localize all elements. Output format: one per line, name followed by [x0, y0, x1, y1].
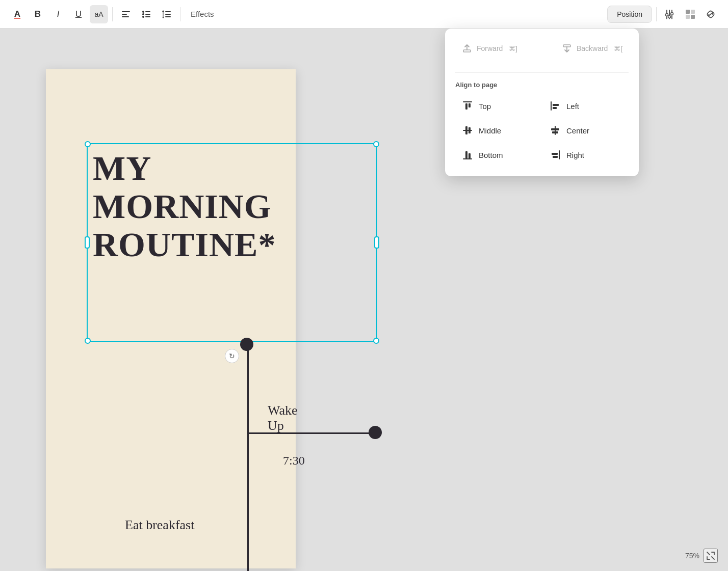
bold-icon: B	[35, 9, 41, 19]
svg-rect-44	[469, 153, 471, 158]
svg-rect-26	[686, 15, 690, 19]
resize-handle-bottom-right[interactable]	[373, 338, 379, 344]
effects-label[interactable]: Effects	[185, 10, 220, 18]
svg-marker-12	[162, 10, 164, 12]
forward-label: Forward	[477, 44, 503, 52]
align-left-label: Left	[566, 102, 579, 111]
svg-rect-34	[553, 104, 559, 106]
line-height-button[interactable]	[158, 5, 176, 23]
underline-button[interactable]: U	[69, 5, 88, 23]
divider-2	[180, 7, 180, 21]
bottom-bar: 75%	[685, 549, 718, 563]
resize-handle-middle-left[interactable]	[85, 236, 90, 249]
svg-rect-10	[165, 14, 171, 15]
svg-rect-42	[463, 158, 472, 159]
svg-rect-28	[463, 50, 471, 52]
backward-label: Backward	[577, 44, 608, 52]
forward-icon	[461, 43, 473, 54]
svg-rect-35	[553, 107, 557, 109]
svg-rect-37	[465, 126, 467, 134]
headline-text: MY MORNING ROUTINE*	[93, 149, 276, 263]
align-center-icon	[549, 124, 561, 137]
svg-rect-31	[465, 103, 467, 110]
align-top-item[interactable]: Top	[455, 95, 541, 117]
align-middle-item[interactable]: Middle	[455, 119, 541, 142]
toolbar: A B I U aA	[0, 0, 728, 29]
headline-line3: ROUTINE*	[93, 225, 276, 264]
svg-point-20	[671, 12, 673, 15]
align-left-icon	[549, 100, 561, 112]
bold-button[interactable]: B	[29, 5, 47, 23]
svg-point-7	[142, 16, 144, 18]
svg-rect-4	[145, 11, 150, 12]
svg-rect-24	[686, 10, 690, 14]
divider-1	[112, 7, 113, 21]
resize-handle-middle-right[interactable]	[374, 236, 379, 249]
svg-rect-9	[165, 11, 171, 12]
bullet-list-button[interactable]	[137, 5, 155, 23]
italic-icon: I	[57, 9, 60, 19]
grid-icon	[685, 9, 696, 20]
svg-rect-23	[671, 15, 672, 19]
selected-text-box[interactable]: MY MORNING ROUTINE* ↻	[87, 143, 377, 342]
align-bottom-item[interactable]: Bottom	[455, 144, 541, 166]
resize-handle-bottom-left[interactable]	[85, 338, 91, 344]
link-icon	[705, 9, 716, 20]
backward-item[interactable]: Backward ⌘[	[555, 39, 629, 58]
resize-handle-top-right[interactable]	[373, 141, 379, 147]
divider-3	[656, 7, 657, 21]
grid-button[interactable]	[681, 5, 699, 23]
align-section-label: Align to page	[445, 81, 639, 95]
svg-rect-30	[463, 101, 472, 102]
svg-rect-43	[465, 151, 467, 158]
forward-item[interactable]: Forward ⌘]	[455, 39, 527, 58]
svg-point-18	[666, 13, 668, 16]
resize-handle-top-left[interactable]	[85, 141, 91, 147]
align-bottom-label: Bottom	[479, 151, 503, 159]
svg-rect-11	[165, 16, 171, 17]
timeline-dot-right	[369, 426, 382, 439]
svg-rect-45	[559, 150, 560, 159]
svg-rect-22	[669, 18, 670, 19]
link-button[interactable]	[701, 5, 720, 23]
font-color-icon: A	[14, 9, 20, 19]
align-left-icon	[121, 9, 131, 19]
align-bottom-icon	[461, 149, 474, 161]
align-center-item[interactable]: Center	[543, 119, 629, 142]
svg-rect-33	[551, 101, 552, 111]
customize-button[interactable]	[661, 5, 679, 23]
svg-rect-21	[666, 16, 667, 19]
svg-rect-41	[552, 131, 558, 133]
rotate-handle[interactable]: ↻	[225, 349, 239, 363]
align-left-item[interactable]: Left	[543, 95, 629, 117]
align-left-button[interactable]	[117, 5, 135, 23]
svg-rect-14	[163, 12, 164, 17]
backward-shortcut: ⌘[	[614, 45, 622, 52]
align-grid: Top Left Middle	[445, 95, 639, 166]
italic-button[interactable]: I	[49, 5, 67, 23]
wake-up-text: Wake Up	[268, 403, 298, 433]
time-text: 7:30	[283, 454, 305, 468]
svg-rect-27	[691, 15, 695, 19]
design-page: MY MORNING ROUTINE* ↻ Wake Up 7:30 Eat b…	[46, 69, 296, 568]
position-button[interactable]: Position	[607, 6, 652, 23]
svg-rect-1	[122, 14, 127, 15]
svg-rect-2	[122, 16, 129, 17]
svg-point-19	[668, 15, 671, 18]
font-color-button[interactable]: A	[8, 5, 27, 23]
bullet-list-icon	[141, 9, 151, 19]
headline-line2: MORNING	[93, 187, 272, 226]
font-size-button[interactable]: aA	[90, 5, 108, 23]
align-middle-icon	[461, 124, 474, 137]
svg-rect-0	[122, 11, 130, 12]
svg-rect-47	[553, 156, 558, 158]
align-middle-label: Middle	[479, 126, 501, 135]
align-center-label: Center	[566, 126, 589, 135]
align-right-icon	[549, 149, 561, 161]
align-right-item[interactable]: Right	[543, 144, 629, 166]
svg-point-3	[142, 11, 144, 13]
svg-rect-16	[669, 10, 670, 16]
fullscreen-button[interactable]	[704, 549, 718, 563]
eat-breakfast-text: Eat breakfast	[125, 518, 194, 533]
customize-icon	[664, 9, 675, 20]
